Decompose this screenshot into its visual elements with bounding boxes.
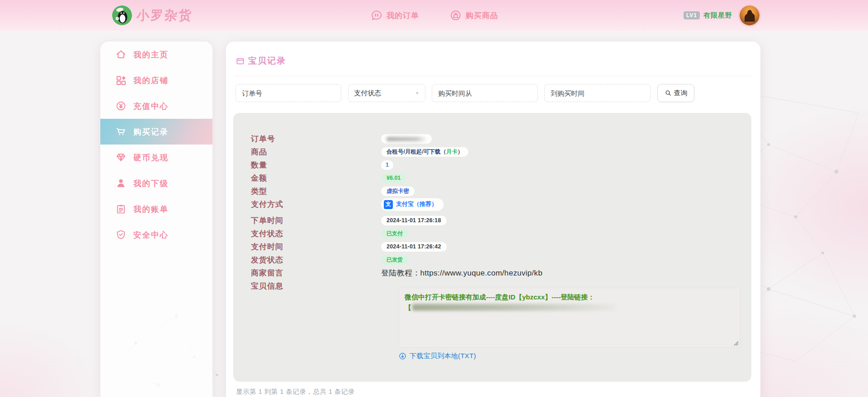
product-value: 合租号/月租起/可下载（月卡） <box>381 147 468 157</box>
sidebar-item-coin-exchange[interactable]: 硬币兑现 <box>100 145 212 170</box>
brand-logo-icon <box>112 5 132 25</box>
pay-status-select-value: 支付状态 <box>354 89 381 98</box>
ship-status-badge: 已发货 <box>381 255 408 265</box>
field-label: 支付状态 <box>233 229 381 239</box>
shop-icon <box>116 75 126 85</box>
record-row-quantity: 数量 1 <box>233 159 751 172</box>
pay-status-badge: 已支付 <box>381 229 408 238</box>
sidebar-item-home[interactable]: 我的主页 <box>100 42 212 67</box>
record-row-pay-time: 支付时间 2024-11-01 17:26:42 <box>233 240 751 253</box>
brand-name: 小罗杂货 <box>137 7 193 24</box>
order-no-input[interactable] <box>236 84 341 102</box>
shield-icon <box>116 229 126 240</box>
order-no-value <box>381 134 432 144</box>
nav-buy-products[interactable]: 购买商品 <box>450 0 498 31</box>
sidebar-item-label: 我的店铺 <box>133 75 169 86</box>
quantity-value: 1 <box>381 160 393 170</box>
title-divider <box>234 76 752 76</box>
search-button-label: 查询 <box>674 89 688 98</box>
sidebar-item-purchase-records[interactable]: 购买记录 <box>100 119 212 145</box>
bill-icon <box>116 204 126 214</box>
sidebar-item-label: 充值中心 <box>133 101 169 112</box>
record-rows: 订单号 商品 合租号/月租起/可下载（月卡） 数量 1 金额 ¥6.01 类型 <box>233 113 751 293</box>
download-txt-link[interactable]: 下载宝贝到本地(TXT) <box>399 351 476 360</box>
chevron-down-icon: ▼ <box>415 91 420 95</box>
pay-status-select[interactable]: 支付状态 ▼ <box>348 84 425 102</box>
page-title-row: 宝贝记录 <box>236 55 286 67</box>
pay-method-value: 支支付宝（推荐） <box>381 198 443 211</box>
sidebar-item-label: 我的下级 <box>133 178 169 189</box>
record-row-seller-note: 商家留言 登陆教程：https://www.yuque.com/hezuvip/… <box>233 266 751 280</box>
alipay-icon: 支 <box>384 200 393 209</box>
record-row-type: 类型 虚拟卡密 <box>233 185 751 198</box>
cart-icon <box>116 126 126 137</box>
record-row-order-no: 订单号 <box>233 132 751 145</box>
product-highlight: 月卡 <box>446 149 458 156</box>
record-row-amount: 金额 ¥6.01 <box>233 172 751 185</box>
record-row-product: 商品 合租号/月租起/可下载（月卡） <box>233 145 751 159</box>
field-label: 发货状态 <box>233 255 381 265</box>
record-row-pay-status: 支付状态 已支付 <box>233 227 751 240</box>
resize-handle-icon[interactable] <box>734 341 739 346</box>
record-row-order-time: 下单时间 2024-11-01 17:26:18 <box>233 214 751 227</box>
field-label: 支付方式 <box>233 199 381 210</box>
field-label: 宝贝信息 <box>233 281 381 291</box>
avatar-image <box>740 5 760 25</box>
order-time-value: 2024-11-01 17:26:18 <box>381 216 447 226</box>
filter-bar: 支付状态 ▼ 查询 <box>226 84 760 102</box>
user-name: 有限星野 <box>703 11 732 20</box>
sidebar-item-label: 硬币兑现 <box>133 152 169 163</box>
sidebar-item-recharge[interactable]: 充值中心 <box>100 93 212 119</box>
home-icon <box>116 49 126 60</box>
redacted-card-link <box>412 304 616 311</box>
amount-value: ¥6.01 <box>381 173 406 183</box>
sidebar-item-label: 购买记录 <box>133 126 169 137</box>
field-label: 商品 <box>233 147 381 157</box>
user-avatar[interactable] <box>740 5 760 25</box>
sidebar: 我的主页 我的店铺 充值中心 购买记录 硬币兑现 我的下级 我的账单 安全中心 <box>100 42 212 397</box>
diamond-icon <box>116 152 126 163</box>
item-info-line2: 【 <box>405 302 735 313</box>
user-level-badge: LV1 <box>684 11 700 19</box>
record-row-pay-method: 支付方式 支支付宝（推荐） <box>233 198 751 211</box>
sidebar-item-label: 安全中心 <box>133 229 169 240</box>
field-label: 订单号 <box>233 134 381 144</box>
record-row-ship-status: 发货状态 已发货 <box>233 253 751 266</box>
products-icon <box>450 9 462 21</box>
field-label: 下单时间 <box>233 215 381 226</box>
app-root: 小罗杂货 我的订单 购买商品 LV1 有限星野 <box>0 0 868 397</box>
page-title: 宝贝记录 <box>248 55 286 67</box>
field-label: 商家留言 <box>233 268 381 278</box>
field-label: 数量 <box>233 160 381 170</box>
record-detail-panel: 订单号 商品 合租号/月租起/可下载（月卡） 数量 1 金额 ¥6.01 类型 <box>233 113 751 382</box>
nav-my-orders[interactable]: 我的订单 <box>371 0 419 31</box>
nav-buy-products-label: 购买商品 <box>466 10 498 21</box>
sidebar-item-shop[interactable]: 我的店铺 <box>100 67 212 93</box>
pay-method-text: 支付宝（推荐） <box>396 201 437 208</box>
time-from-input[interactable] <box>432 84 538 102</box>
records-summary: 显示第 1 到第 1 条记录，总共 1 条记录 <box>236 388 355 396</box>
seller-note-text: 登陆教程：https://www.yuque.com/hezuvip/kb <box>381 268 542 278</box>
item-info-textarea[interactable]: 微信中打开卡密链接有加成----度盘ID【ybzcxx】----登陆链接： 【 <box>399 288 741 348</box>
download-link-label: 下载宝贝到本地(TXT) <box>410 352 476 360</box>
orders-icon <box>371 9 382 21</box>
subordinate-icon <box>116 178 126 188</box>
sidebar-item-bills[interactable]: 我的账单 <box>100 196 212 222</box>
sidebar-item-subordinates[interactable]: 我的下级 <box>100 170 212 196</box>
pay-time-value: 2024-11-01 17:26:42 <box>381 242 447 252</box>
type-value: 虚拟卡密 <box>381 187 415 196</box>
field-label: 金额 <box>233 173 381 183</box>
brand[interactable]: 小罗杂货 <box>112 5 193 25</box>
download-icon <box>399 352 406 360</box>
recharge-icon <box>116 101 126 111</box>
time-to-input[interactable] <box>544 84 651 102</box>
redacted-order-no <box>387 137 426 141</box>
app-header: 小罗杂货 我的订单 购买商品 LV1 有限星野 <box>0 0 868 31</box>
records-icon <box>236 57 245 65</box>
nav-my-orders-label: 我的订单 <box>387 10 419 21</box>
search-button[interactable]: 查询 <box>657 84 694 102</box>
main-panel: 宝贝记录 支付状态 ▼ 查询 订单号 商品 <box>226 42 760 397</box>
sidebar-item-security[interactable]: 安全中心 <box>100 222 212 248</box>
item-info-line1: 微信中打开卡密链接有加成----度盘ID【ybzcxx】----登陆链接： <box>405 292 735 302</box>
sidebar-item-label: 我的主页 <box>133 49 169 60</box>
